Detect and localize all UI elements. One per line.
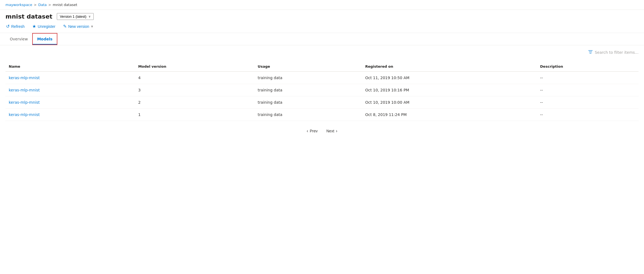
version-dropdown-label: Version 1 (latest): [60, 14, 87, 19]
table-row: keras-mlp-mnist 2 training data Oct 10, …: [5, 96, 639, 109]
col-usage: Usage: [255, 62, 362, 72]
filter-placeholder: Search to filter items...: [595, 50, 639, 55]
content-area: Search to filter items... Name Model ver…: [0, 45, 644, 141]
row-registered-1: Oct 10, 2019 10:16 PM: [362, 84, 537, 96]
page-title: mnist dataset: [5, 13, 52, 20]
row-version-1: 3: [135, 84, 255, 96]
col-name: Name: [5, 62, 135, 72]
new-version-label: New version: [68, 24, 89, 29]
page-header: mnist dataset Version 1 (latest) ∨: [0, 10, 644, 20]
edit-icon: ✎: [63, 24, 67, 29]
row-usage-2: training data: [255, 96, 362, 109]
tab-overview[interactable]: Overview: [5, 34, 32, 44]
version-dropdown[interactable]: Version 1 (latest) ∨: [57, 13, 94, 20]
col-registered-on: Registered on: [362, 62, 537, 72]
chevron-left-icon: ‹: [307, 129, 308, 133]
row-description-1: --: [537, 84, 639, 96]
prev-button[interactable]: ‹ Prev: [305, 127, 320, 135]
next-label: Next: [326, 129, 334, 133]
row-version-3: 1: [135, 109, 255, 121]
breadcrumb-sep1: >: [34, 3, 37, 7]
table-row: keras-mlp-mnist 4 training data Oct 11, …: [5, 72, 639, 84]
row-name-1[interactable]: keras-mlp-mnist: [5, 84, 135, 96]
filter-icon: [588, 50, 593, 55]
filter-row: Search to filter items...: [5, 45, 639, 59]
col-model-version: Model version: [135, 62, 255, 72]
table-row: keras-mlp-mnist 3 training data Oct 10, …: [5, 84, 639, 96]
row-usage-0: training data: [255, 72, 362, 84]
models-table: Name Model version Usage Registered on D…: [5, 62, 639, 121]
new-version-button[interactable]: ✎ New version ∨: [63, 23, 94, 30]
table-row: keras-mlp-mnist 1 training data Oct 8, 2…: [5, 109, 639, 121]
breadcrumb: mayworkspace > Data > mnist dataset: [0, 0, 644, 10]
refresh-button[interactable]: ↺ Refresh: [5, 23, 25, 30]
tabs-container: Overview Models: [0, 33, 644, 45]
col-description: Description: [537, 62, 639, 72]
pagination: ‹ Prev Next ›: [5, 121, 639, 141]
row-version-0: 4: [135, 72, 255, 84]
unregister-label: Unregister: [38, 24, 55, 29]
filter-input-wrapper[interactable]: Search to filter items...: [588, 50, 639, 55]
next-button[interactable]: Next ›: [324, 127, 339, 135]
prev-label: Prev: [310, 129, 318, 133]
row-usage-3: training data: [255, 109, 362, 121]
refresh-icon: ↺: [6, 24, 10, 29]
breadcrumb-sep2: >: [48, 3, 51, 7]
row-description-0: --: [537, 72, 639, 84]
row-description-3: --: [537, 109, 639, 121]
breadcrumb-current: mnist dataset: [53, 3, 77, 7]
row-name-0[interactable]: keras-mlp-mnist: [5, 72, 135, 84]
row-name-3[interactable]: keras-mlp-mnist: [5, 109, 135, 121]
row-description-2: --: [537, 96, 639, 109]
row-registered-3: Oct 8, 2019 11:24 PM: [362, 109, 537, 121]
refresh-label: Refresh: [11, 24, 25, 29]
chevron-down-icon: ∨: [88, 15, 91, 18]
tab-models-label: Models: [37, 37, 52, 41]
row-usage-1: training data: [255, 84, 362, 96]
row-registered-0: Oct 11, 2019 10:50 AM: [362, 72, 537, 84]
row-version-2: 2: [135, 96, 255, 109]
row-name-2[interactable]: keras-mlp-mnist: [5, 96, 135, 109]
chevron-right-icon: ›: [336, 129, 337, 133]
breadcrumb-workspace[interactable]: mayworkspace: [5, 3, 32, 7]
new-version-chevron-icon: ∨: [91, 25, 93, 28]
row-registered-2: Oct 10, 2019 10:00 AM: [362, 96, 537, 109]
breadcrumb-data[interactable]: Data: [38, 3, 47, 7]
tab-models[interactable]: Models: [32, 33, 57, 45]
toolbar: ↺ Refresh ★ Unregister ✎ New version ∨: [0, 20, 644, 33]
unregister-button[interactable]: ★ Unregister: [32, 23, 56, 30]
tab-overview-label: Overview: [10, 37, 28, 41]
star-icon: ★: [32, 24, 36, 29]
